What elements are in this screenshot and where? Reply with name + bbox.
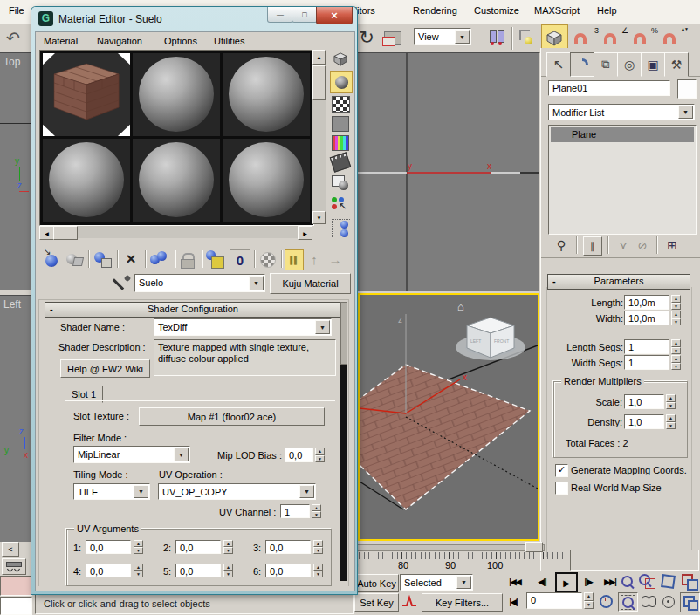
chevron-down-icon[interactable]: ▼ (678, 106, 693, 119)
uv-arg-field[interactable]: 0,0 (86, 564, 131, 577)
material-id-channel-icon[interactable]: 0 (230, 249, 250, 270)
viewport-front[interactable]: y x (358, 52, 539, 291)
configure-modifier-sets-icon[interactable]: ⊞ (663, 236, 681, 254)
mip-lod-bias-field[interactable]: 0,0 (285, 448, 313, 462)
uv-arg-field[interactable]: 0,0 (175, 564, 221, 577)
uv-arg-spinner[interactable]: ▲▼ (313, 564, 323, 577)
show-end-result-icon[interactable]: ∥ (583, 236, 602, 256)
material-editor-window[interactable]: G Material Editor - Suelo — □ × Material… (31, 7, 357, 594)
material-type-button[interactable]: Kuju Material (270, 273, 351, 294)
density-field[interactable]: 1,0 (624, 414, 664, 429)
menu-file[interactable]: File (9, 5, 24, 16)
viewcube[interactable]: LEFT FRONT (456, 318, 525, 360)
reference-coordinate-dropdown[interactable]: View ▼ (414, 28, 471, 45)
close-button[interactable]: × (316, 7, 353, 24)
object-color-swatch[interactable] (677, 79, 697, 99)
play-button[interactable]: ▶ (555, 572, 578, 593)
filter-mode-dropdown[interactable]: MipLinear ▼ (73, 446, 190, 463)
sample-slot-suelo[interactable] (43, 53, 130, 136)
scroll-up-icon[interactable]: ▲ (312, 50, 326, 65)
width-field[interactable]: 10,0m (624, 311, 669, 325)
tab-motion[interactable]: ◎ (617, 52, 642, 77)
scroll-left-icon[interactable]: ◀ (39, 226, 54, 240)
reset-map-icon[interactable]: × (121, 249, 141, 269)
chevron-down-icon[interactable]: ▼ (249, 276, 264, 290)
arc-rotate-button[interactable] (660, 593, 677, 610)
viewport-perspective[interactable]: z x LEFT FRONT ⌂ (358, 293, 539, 541)
current-frame-spinner[interactable]: ▲▼ (584, 592, 594, 609)
scale-tool-icon[interactable] (384, 31, 401, 45)
sample-slot[interactable] (133, 53, 220, 136)
menu-maxscript[interactable]: MAXScript (534, 5, 580, 16)
make-material-copy-icon[interactable] (149, 250, 170, 270)
tab-modify[interactable] (570, 52, 594, 77)
timeline-scroll-left-button[interactable]: < (2, 542, 19, 557)
key-mode-toggle-button[interactable]: |◀| (504, 594, 523, 609)
me-menu-options[interactable]: Options (164, 36, 197, 46)
uv-arg-spinner[interactable]: ▲▼ (134, 564, 143, 577)
rotate-tool-icon[interactable]: ↻ (354, 25, 379, 50)
maxscript-mini-listener-pink[interactable] (0, 576, 32, 596)
chevron-down-icon[interactable]: ▼ (174, 448, 189, 461)
help-fw2-wiki-button[interactable]: Help @ FW2 Wiki (60, 359, 150, 378)
maximize-button[interactable]: □ (292, 7, 318, 23)
width-segs-spinner[interactable]: ▲▼ (671, 355, 681, 370)
make-unique-icon[interactable]: ⋎ (614, 236, 632, 254)
uv-operation-dropdown[interactable]: UV_OP_COPY ▼ (158, 483, 316, 500)
uv-arg-spinner[interactable]: ▲▼ (313, 540, 323, 554)
percent-snap-button[interactable]: % (632, 26, 658, 50)
tab-display[interactable]: ▣ (641, 52, 665, 77)
region-zoom-button[interactable] (618, 592, 638, 612)
go-to-start-button[interactable]: |◀◀ (504, 574, 526, 589)
next-frame-button[interactable]: ||▶ (577, 574, 600, 589)
make-unique-icon[interactable] (179, 250, 196, 270)
undo-icon[interactable]: ↶ (2, 26, 24, 49)
sample-type-icon[interactable] (331, 50, 350, 69)
length-segs-spinner[interactable]: ▲▼ (671, 339, 681, 354)
backlight-icon[interactable] (330, 71, 353, 93)
object-name-field[interactable]: Plane01 (548, 80, 670, 96)
length-segs-field[interactable]: 1 (624, 339, 669, 354)
uv-arg-field[interactable]: 0,0 (265, 540, 311, 554)
viewport-top-sliver[interactable]: Top y z (0, 52, 31, 290)
stack-item-plane[interactable]: Plane (551, 127, 694, 142)
use-center-icon[interactable] (487, 28, 506, 47)
zoom-extents-button[interactable] (659, 572, 676, 590)
density-spinner[interactable]: ▲▼ (666, 414, 676, 429)
auto-key-button[interactable]: Auto Key (354, 574, 399, 592)
uv-arg-field[interactable]: 0,0 (265, 564, 311, 577)
viewport-top-label[interactable]: Top (3, 56, 20, 68)
scroll-down-icon[interactable]: ▼ (312, 211, 326, 224)
uv-arg-spinner[interactable]: ▲▼ (223, 564, 233, 577)
viewport-left-sliver[interactable]: Left z y x (0, 295, 31, 542)
pick-material-eyedropper-icon[interactable] (114, 275, 132, 292)
go-forward-sibling-icon[interactable]: → (326, 249, 345, 269)
zoom-button[interactable] (618, 573, 635, 590)
chevron-down-icon[interactable]: ▼ (299, 485, 314, 498)
zoom-all-button[interactable] (638, 573, 655, 590)
options-icon[interactable] (332, 175, 349, 191)
track-bar-ticks[interactable] (354, 552, 566, 559)
rollout-scrollbar[interactable] (340, 302, 347, 581)
menu-help[interactable]: Help (597, 5, 617, 16)
chevron-down-icon[interactable]: ▼ (134, 485, 148, 498)
key-filters-button[interactable]: Key Filters... (422, 593, 503, 612)
trackbar-toggle-icon[interactable] (2, 558, 26, 575)
material-name-dropdown[interactable]: Suelo ▼ (134, 274, 265, 292)
time-slider-track[interactable] (354, 544, 545, 551)
chevron-down-icon[interactable]: ▼ (315, 320, 330, 334)
me-menu-navigation[interactable]: Navigation (97, 36, 142, 46)
current-frame-field[interactable]: 0 (526, 592, 582, 609)
sample-slot[interactable] (43, 139, 130, 222)
chevron-down-icon[interactable]: ▼ (455, 30, 470, 44)
assign-material-icon[interactable] (93, 250, 113, 270)
sample-uv-tiling-icon[interactable] (332, 116, 349, 132)
slots-vertical-scrollbar[interactable]: ▲ ▼ (312, 50, 326, 224)
maxscript-mini-listener-white[interactable] (0, 597, 32, 615)
scale-field[interactable]: 1,0 (624, 394, 664, 409)
show-end-result-icon[interactable]: ▌▌ (285, 249, 304, 270)
time-configuration-button[interactable] (597, 593, 614, 609)
maximize-viewport-toggle[interactable] (680, 592, 700, 612)
background-icon[interactable] (332, 96, 350, 113)
show-map-in-viewport-icon[interactable] (258, 250, 278, 270)
